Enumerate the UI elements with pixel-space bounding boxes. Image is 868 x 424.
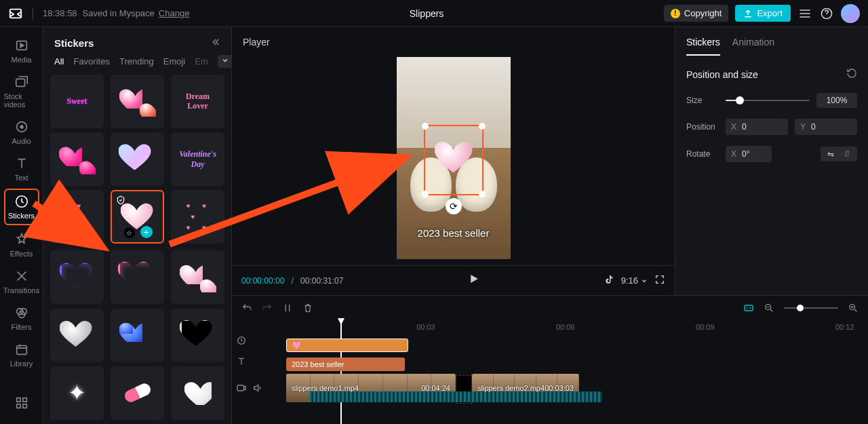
nav-stickers[interactable]: Stickers (4, 189, 39, 225)
size-slider[interactable] (726, 100, 810, 101)
nav-audio[interactable]: Audio (4, 115, 39, 149)
filters-icon (14, 305, 29, 320)
rotate-handle-icon[interactable]: ⟳ (446, 198, 462, 214)
sticker-item[interactable] (111, 250, 164, 304)
menu-icon[interactable] (797, 6, 812, 21)
auto-caption-icon[interactable] (743, 303, 754, 313)
fullscreen-icon[interactable] (654, 274, 665, 287)
undo-icon[interactable] (241, 303, 252, 313)
sticker-item[interactable] (111, 366, 164, 420)
play-button[interactable] (467, 273, 479, 288)
player-viewport[interactable]: ⟳ 2023 best seller (232, 50, 675, 265)
tab-stickers-props[interactable]: Stickers (686, 37, 720, 56)
collapse-panel-icon[interactable] (210, 37, 220, 50)
audio-waveform[interactable] (309, 391, 602, 402)
redo-icon[interactable] (262, 303, 273, 313)
copyright-button[interactable]: ! Copyright (664, 5, 729, 22)
split-icon[interactable] (282, 303, 293, 313)
delete-icon[interactable] (302, 303, 313, 313)
nav-transitions[interactable]: Transitions (4, 265, 39, 298)
add-sticker-button[interactable]: + (140, 226, 153, 238)
sticker-item[interactable]: DreamLover (171, 75, 224, 128)
sticker-clip[interactable]: 🩷 (286, 339, 408, 352)
section-title: Position and size (686, 69, 758, 80)
nav-library[interactable]: Library (4, 338, 39, 372)
sticker-item[interactable]: ✦ (50, 366, 104, 420)
sticker-item[interactable] (50, 309, 104, 362)
tab-trending[interactable]: Trending (119, 56, 154, 66)
selection-box[interactable]: ⟳ (424, 125, 484, 195)
saved-location: Saved in Myspace (83, 8, 155, 18)
grid-icon (14, 396, 29, 410)
sticker-item[interactable] (111, 309, 164, 362)
text-clip[interactable]: 2023 best seller (286, 358, 405, 371)
sticker-item[interactable]: ♥ ♥ ♥♥ ♥ (171, 190, 224, 244)
sticker-item[interactable] (111, 75, 164, 128)
nav-effects[interactable]: Effects (4, 228, 39, 262)
svg-rect-12 (22, 398, 26, 402)
sticker-icon (14, 194, 29, 209)
position-y-input[interactable]: Y0 (795, 119, 857, 135)
save-timestamp: 18:38:58 (43, 8, 77, 18)
user-avatar[interactable] (841, 4, 860, 23)
help-icon[interactable] (819, 6, 834, 21)
mirror-controls[interactable]: ⇋ ⇵ (821, 147, 857, 161)
nav-filters[interactable]: Filters (4, 301, 39, 335)
tab-animation-props[interactable]: Animation (732, 37, 774, 56)
size-value[interactable]: 100% (816, 93, 857, 108)
svg-rect-15 (745, 305, 753, 311)
media-icon (14, 38, 29, 53)
zoom-out-icon[interactable] (764, 303, 774, 313)
zoom-slider[interactable] (784, 307, 838, 309)
nav-stock-videos[interactable]: Stock videos (4, 71, 39, 113)
project-title: Slippers (189, 8, 663, 19)
player-label: Player (232, 27, 675, 50)
mirror-horizontal-icon[interactable]: ⇋ (825, 149, 837, 159)
placed-sticker[interactable] (435, 140, 473, 174)
nav-text[interactable]: Text (4, 152, 39, 186)
video-preview[interactable]: ⟳ 2023 best seller (397, 57, 511, 259)
transitions-icon (14, 269, 29, 284)
sticker-item[interactable] (171, 309, 224, 362)
sticker-grid: Sweet DreamLover Valentine'sDay ♥ ♥♥ ♥ ♥… (43, 75, 231, 424)
timeline-ruler[interactable]: 00:03 00:06 00:09 00:12 (286, 320, 868, 336)
time-current: 00:00:00:00 (241, 276, 284, 286)
tiktok-icon[interactable] (604, 274, 614, 287)
track-mute-icon[interactable] (252, 383, 263, 396)
sticker-item[interactable] (111, 132, 164, 186)
sticker-item[interactable]: Sweet (50, 75, 104, 128)
chevron-down-icon (641, 277, 648, 284)
rotate-input[interactable]: X0° (726, 146, 772, 162)
svg-point-5 (20, 126, 23, 128)
sticker-item[interactable] (50, 250, 104, 304)
change-location-link[interactable]: Change (159, 8, 190, 18)
sticker-item[interactable] (171, 250, 224, 304)
tabs-more-button[interactable] (218, 55, 233, 68)
reset-icon[interactable] (846, 68, 857, 81)
audio-icon (14, 119, 29, 134)
sticker-item-selected[interactable]: ☆ + (111, 190, 164, 244)
zoom-in-icon[interactable] (848, 303, 859, 313)
export-button[interactable]: Export (735, 5, 791, 22)
app-logo[interactable] (8, 6, 23, 21)
tab-all[interactable]: All (54, 56, 64, 66)
sticker-item[interactable]: Valentine'sDay (171, 132, 224, 186)
mirror-vertical-icon[interactable]: ⇵ (841, 149, 853, 159)
video-caption: 2023 best seller (397, 227, 511, 239)
sticker-item[interactable] (50, 132, 104, 186)
text-icon (14, 156, 29, 171)
position-label: Position (686, 122, 719, 132)
sticker-item[interactable]: ♥ ♥♥ ♥ ♥ ♥ (50, 190, 104, 244)
tab-emoji[interactable]: Emoji (163, 56, 186, 66)
nav-more[interactable] (4, 391, 39, 415)
nav-media[interactable]: Media (4, 34, 39, 68)
timeline: 00:03 00:06 00:09 00:12 🩷 2023 best sell… (232, 295, 868, 424)
favorite-button[interactable]: ☆ (124, 227, 135, 238)
aspect-ratio-selector[interactable]: 9:16 (621, 275, 648, 286)
position-x-input[interactable]: X0 (726, 119, 788, 135)
svg-rect-13 (16, 404, 20, 408)
tab-favorites[interactable]: Favorites (73, 56, 109, 66)
sticker-item[interactable] (171, 366, 224, 420)
properties-panel: Stickers Animation Position and size Siz… (675, 27, 868, 295)
left-nav-rail: Media Stock videos Audio Text Stickers E… (0, 27, 43, 424)
